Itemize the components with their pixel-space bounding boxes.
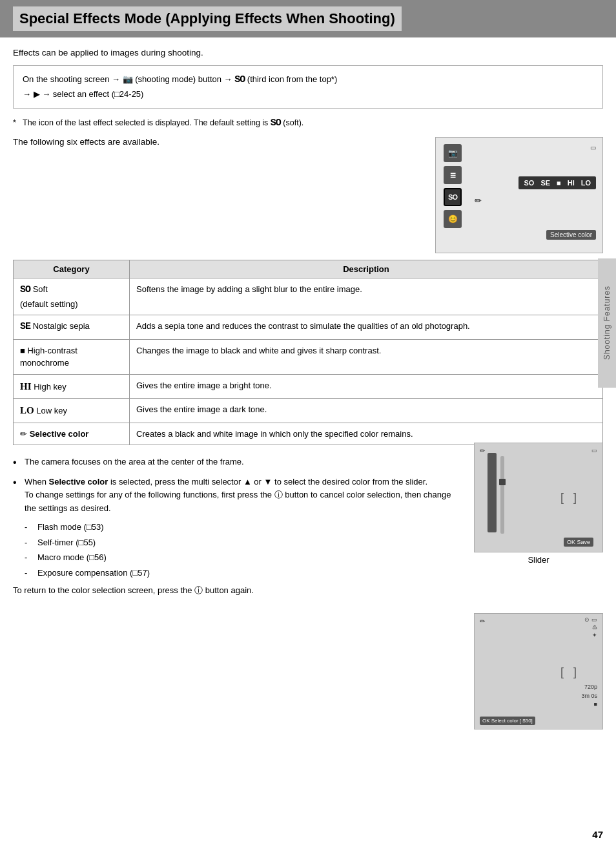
effects-row: SO SE ■ HI LO (518, 176, 596, 189)
slider-label: Slider (474, 555, 603, 565)
table-row: SO Soft(default setting) Softens the ima… (14, 278, 603, 315)
camera-icon-smile: 😊 (444, 210, 462, 228)
sub-bullet-macro: - Macro mode (□56) (25, 551, 464, 564)
cs2-wifi-icon: ✦ (592, 632, 597, 638)
camera-screen2: ✏ ⊙ ▭ ♳ ✦ [ ] 720p 3m 0s ■ OK Select col… (474, 613, 603, 729)
effects-table: Category Description SO Soft(default set… (13, 260, 603, 445)
sub-text-timer: Self-timer (□55) (37, 536, 96, 549)
sub-bullet-flash: - Flash mode (□53) (25, 521, 464, 534)
side-tab-text: Shooting Features (602, 286, 611, 360)
slider-inner: ✏ ▭ [ ] OK Save (475, 443, 602, 552)
footnote: * The icon of the last effect selected i… (13, 116, 603, 131)
camera-screen2-section: ✏ ⊙ ▭ ♳ ✦ [ ] 720p 3m 0s ■ OK Select col… (13, 613, 603, 729)
camera-screen-inner: ▭ 📷 ☰ SO 😊 SO SE ■ HI LO (436, 138, 602, 253)
cs2-bracket: [ ] (560, 666, 577, 679)
slider-track (500, 456, 504, 534)
camera-screen: ▭ 📷 ☰ SO 😊 SO SE ■ HI LO (435, 137, 603, 253)
cs2-pencil-icon: ✏ (480, 618, 485, 625)
table-row: ✏ Selective color Creates a black and wh… (14, 423, 603, 445)
cs2-info: 720p 3m 0s ■ (581, 683, 597, 709)
intro-text: Effects can be applied to images during … (13, 48, 603, 58)
continue-text: To return to the color selection screen,… (13, 584, 603, 598)
effect-se: SE (539, 178, 552, 187)
table-header-category: Category (14, 260, 130, 278)
table-cell-desc-3: Changes the image to black and white and… (130, 339, 603, 374)
effects-section: ▭ 📷 ☰ SO 😊 SO SE ■ HI LO (13, 137, 603, 260)
table-cell-desc-5: Gives the entire image a dark tone. (130, 399, 603, 423)
battery-icon: ▭ (590, 144, 596, 151)
bullet-item-2: • When Selective color is selected, pres… (13, 476, 464, 516)
slider-bar (488, 453, 497, 532)
effect-hi: HI (566, 178, 577, 187)
cs2-shots: 3m 0s (581, 692, 597, 701)
camera-screen-wrapper: ▭ 📷 ☰ SO 😊 SO SE ■ HI LO (435, 137, 603, 253)
table-row: SE Nostalgic sepia Adds a sepia tone and… (14, 315, 603, 340)
sub-dash-4: - (25, 567, 37, 580)
page-title: Special Effects Mode (Applying Effects W… (13, 6, 402, 31)
slider-bracket: [ ] (560, 491, 577, 505)
sub-bullet-timer: - Self-timer (□55) (25, 536, 464, 549)
cs2-ok-button: OK Select color [ $50] (480, 717, 535, 725)
camera-icon-2: ☰ (444, 166, 462, 184)
pencil-icon: ✏ (475, 196, 482, 205)
table-header-description: Description (130, 260, 603, 278)
table-row: ■ High-contrastmonochrome Changes the im… (14, 339, 603, 374)
sub-text-exposure: Exposure compensation (□57) (37, 567, 150, 580)
table-cell-category-2: SE Nostalgic sepia (14, 315, 130, 340)
instruction-box: On the shooting screen → 📷 (shooting mod… (13, 65, 603, 109)
bullet-item-1: • The camera focuses on the area at the … (13, 456, 464, 470)
slider-image-wrapper: ✏ ▭ [ ] OK Save Slider (474, 443, 603, 565)
cs2-inner: ✏ ⊙ ▭ ♳ ✦ [ ] 720p 3m 0s ■ OK Select col… (475, 614, 602, 729)
bullet-text-2: When Selective color is selected, press … (25, 476, 464, 516)
sub-text-flash: Flash mode (□53) (37, 521, 104, 534)
page-number: 47 (592, 829, 603, 840)
cs2-icons-top-right: ⊙ ▭ ♳ ✦ (584, 616, 597, 638)
sub-dash-1: - (25, 521, 37, 534)
selective-color-bold: Selective color (49, 477, 108, 487)
cs2-card-icon: ■ (581, 700, 597, 709)
side-tab: Shooting Features (598, 258, 616, 388)
table-cell-desc-4: Gives the entire image a bright tone. (130, 374, 603, 399)
effect-mono: ■ (555, 178, 563, 187)
page-container: Special Effects Mode (Applying Effects W… (0, 0, 616, 849)
effect-so: SO (522, 178, 536, 187)
page-header: Special Effects Mode (Applying Effects W… (0, 0, 616, 37)
instruction-line2: → ▶ → select an effect (□24-25) (23, 88, 593, 101)
camera-icon-1: 📷 (444, 144, 462, 162)
table-cell-category-4: HI High key (14, 374, 130, 399)
table-cell-desc-2: Adds a sepia tone and reduces the contra… (130, 315, 603, 340)
table-row: LO Low key Gives the entire image a dark… (14, 399, 603, 423)
sub-bullet-exposure: - Exposure compensation (□57) (25, 567, 603, 580)
effect-lo: LO (579, 178, 593, 187)
slider-image: ✏ ▭ [ ] OK Save (474, 443, 603, 552)
sub-text-macro: Macro mode (□56) (37, 551, 107, 564)
bullet-section-wrapper: ✏ ▭ [ ] OK Save Slider • The camera focu… (13, 456, 603, 608)
slider-battery-icon: ▭ (591, 447, 597, 454)
slider-ok-button: OK Save (564, 538, 593, 547)
bullet-dot-2: • (13, 476, 25, 516)
instruction-line1: On the shooting screen → 📷 (shooting mod… (23, 72, 593, 88)
slider-thumb (499, 479, 506, 485)
table-cell-desc-6: Creates a black and white image in which… (130, 423, 603, 445)
selective-color-label: Selective color (546, 230, 596, 240)
camera-icon-col: 📷 ☰ SO 😊 (444, 144, 462, 228)
slider-pencil-icon: ✏ (480, 447, 485, 454)
cs2-icon2: ♳ (592, 624, 597, 631)
bullet-dot-1: • (13, 456, 25, 470)
table-row: HI High key Gives the entire image a bri… (14, 374, 603, 399)
table-cell-category-3: ■ High-contrastmonochrome (14, 339, 130, 374)
sub-dash-2: - (25, 536, 37, 549)
sub-dash-3: - (25, 551, 37, 564)
table-cell-category-1: SO Soft(default setting) (14, 278, 130, 315)
table-cell-desc-1: Softens the image by adding a slight blu… (130, 278, 603, 315)
cs2-settings-icon: ⊙ ▭ (584, 616, 597, 623)
camera-icon-so: SO (444, 188, 462, 206)
table-cell-category-6: ✏ Selective color (14, 423, 130, 445)
bullet-text-1: The camera focuses on the area at the ce… (25, 456, 464, 470)
cs2-resolution: 720p (581, 683, 597, 692)
table-cell-category-5: LO Low key (14, 399, 130, 423)
content-area: Effects can be applied to images during … (0, 48, 616, 729)
